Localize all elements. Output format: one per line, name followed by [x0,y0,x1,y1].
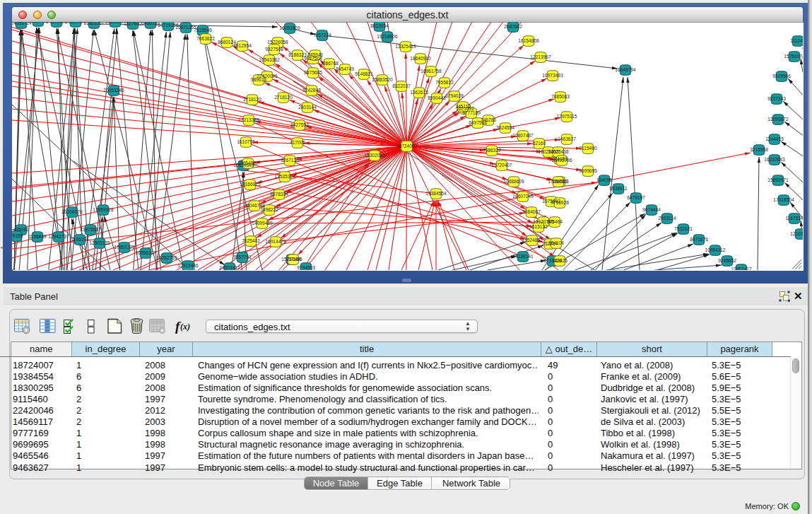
svg-text:16961758: 16961758 [420,69,442,74]
svg-text:746266: 746266 [481,117,496,122]
svg-text:16648794: 16648794 [615,67,636,72]
svg-text:6466160: 6466160 [141,22,160,25]
svg-text:12103514: 12103514 [790,231,803,236]
svg-text:8322037: 8322037 [392,83,411,88]
svg-text:12505135: 12505135 [89,240,110,245]
svg-text:164095: 164095 [596,177,612,182]
svg-text:1167534: 1167534 [785,216,803,221]
svg-text:8454749: 8454749 [336,66,354,71]
svg-text:18607249: 18607249 [512,194,534,199]
svg-text:133426: 133426 [552,258,567,263]
svg-text:19654982: 19654982 [237,160,259,165]
svg-text:16495796: 16495796 [551,158,572,163]
svg-text:18640910: 18640910 [410,56,431,61]
svg-text:10973493: 10973493 [542,73,563,78]
svg-text:7515546: 7515546 [194,28,212,33]
svg-text:16053809: 16053809 [279,25,300,30]
svg-text:9245652: 9245652 [718,258,736,263]
svg-text:12942737: 12942737 [48,234,69,239]
svg-text:9146821: 9146821 [355,71,373,76]
svg-text:14099489: 14099489 [252,221,273,226]
svg-text:2687682: 2687682 [504,24,522,29]
svg-text:13325419: 13325419 [395,44,416,49]
svg-text:13535394: 13535394 [274,174,295,179]
svg-text:19384554: 19384554 [425,191,447,196]
svg-text:17957275: 17957275 [114,245,135,250]
svg-text:8875685: 8875685 [304,70,322,75]
svg-text:8878334: 8878334 [270,192,288,197]
svg-text:9756928: 9756928 [551,200,569,205]
svg-text:9084067: 9084067 [522,209,541,214]
svg-text:111245: 111245 [790,38,803,43]
svg-text:12093872: 12093872 [767,117,789,122]
svg-text:7986322: 7986322 [483,148,501,153]
svg-text:14138141: 14138141 [512,254,534,259]
svg-text:10807487: 10807487 [512,133,534,138]
svg-text:7663822: 7663822 [196,36,215,41]
svg-text:15226058: 15226058 [267,40,288,45]
svg-text:9227343: 9227343 [767,96,786,101]
svg-text:19166825: 19166825 [240,182,261,187]
svg-text:417006: 417006 [290,140,305,145]
svg-text:(x): (x) [180,322,190,332]
svg-text:1244415: 1244415 [765,136,784,141]
svg-text:1615132: 1615132 [529,224,548,229]
svg-text:8938911: 8938911 [609,186,628,191]
svg-text:16210643: 16210643 [764,157,785,162]
svg-text:12213967: 12213967 [530,54,551,59]
svg-text:16154808: 16154808 [518,38,539,43]
svg-text:3267130: 3267130 [281,158,299,163]
svg-text:9794503: 9794503 [297,265,315,270]
svg-text:1156849: 1156849 [28,234,47,239]
svg-text:1610755: 1610755 [237,139,255,144]
svg-text:15720407: 15720407 [491,163,512,168]
svg-text:18724007: 18724007 [396,144,418,148]
svg-text:8427552: 8427552 [290,122,309,127]
svg-text:7625402: 7625402 [242,238,260,243]
svg-text:157164: 157164 [286,257,301,262]
svg-text:8912954: 8912954 [233,43,252,48]
svg-text:8660124: 8660124 [218,40,236,45]
svg-text:2803144: 2803144 [298,105,317,110]
svg-text:7485063: 7485063 [551,94,570,99]
svg-text:10654112: 10654112 [705,247,726,252]
svg-text:10025438: 10025438 [548,149,569,154]
svg-text:164104: 164104 [548,240,564,245]
svg-text:13524851: 13524851 [522,238,543,243]
svg-text:10853267: 10853267 [105,22,126,24]
svg-text:3215958: 3215958 [750,147,768,152]
svg-text:62160: 62160 [533,141,546,146]
svg-text:17654923: 17654923 [548,179,569,184]
svg-text:16782759: 16782759 [156,255,177,260]
svg-text:7932621: 7932621 [674,226,693,231]
svg-text:27691406: 27691406 [46,22,67,24]
svg-text:16543382: 16543382 [259,57,280,62]
svg-text:2718120: 2718120 [243,97,261,102]
svg-text:9115460: 9115460 [579,146,597,151]
svg-text:12213389: 12213389 [238,117,259,122]
svg-text:10952412: 10952412 [731,267,752,270]
svg-text:10688609: 10688609 [503,179,524,184]
svg-text:1145194: 1145194 [71,237,89,242]
svg-text:745546: 745546 [307,52,323,57]
svg-text:3498222: 3498222 [260,207,278,212]
svg-text:16853267: 16853267 [83,22,105,25]
svg-text:2386768: 2386768 [320,61,339,66]
svg-text:989613: 989613 [251,77,266,82]
svg-text:6794028: 6794028 [445,93,464,98]
svg-text:15302035: 15302035 [364,153,385,158]
svg-text:9329966: 9329966 [772,74,791,78]
svg-text:9242848: 9242848 [302,88,321,93]
svg-text:10958107: 10958107 [135,250,156,255]
svg-text:9327508: 9327508 [265,47,283,52]
svg-text:23975887: 23975887 [80,227,101,232]
svg-text:24503412: 24503412 [219,265,240,270]
svg-text:8990448: 8990448 [428,95,446,100]
svg-text:7955812: 7955812 [435,80,454,85]
svg-text:8813054: 8813054 [370,23,389,28]
svg-text:1527602: 1527602 [124,22,142,26]
svg-text:6479197: 6479197 [627,195,645,200]
svg-text:9857791: 9857791 [233,255,252,259]
svg-text:9699695: 9699695 [579,168,597,173]
svg-text:17016504: 17016504 [773,197,794,202]
